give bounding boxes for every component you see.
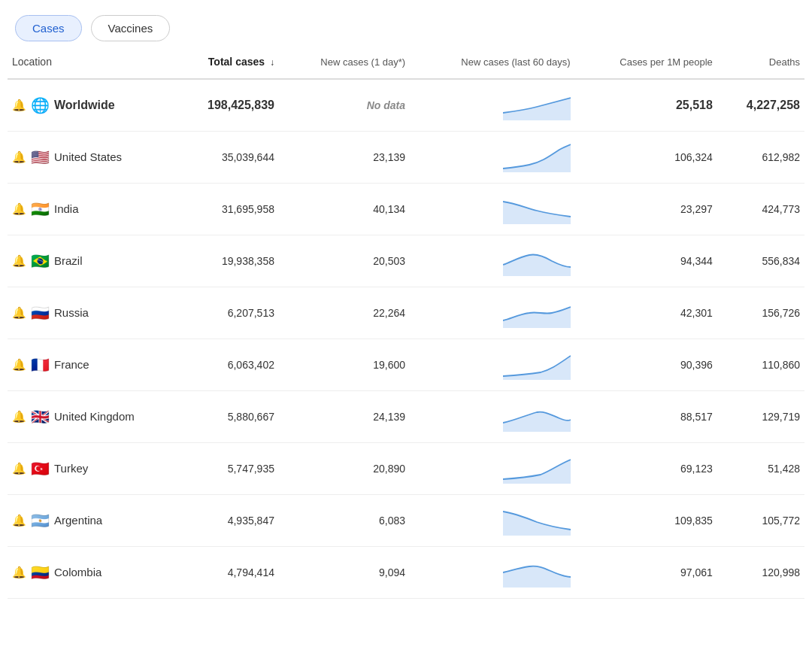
- deaths-value: 556,834: [717, 235, 804, 287]
- sparkline-cell: [410, 287, 575, 339]
- sparkline-cell: [410, 546, 575, 598]
- cases-per-1m-value: 69,123: [575, 442, 717, 494]
- new-cases-1day-cell: 6,083: [279, 494, 410, 546]
- total-cases-value: 6,063,402: [173, 339, 279, 390]
- new-cases-1day-cell: No data: [279, 79, 410, 132]
- country-name: Russia: [54, 306, 89, 319]
- new-cases-1day-cell: 22,264: [279, 287, 410, 339]
- deaths-value: 424,773: [717, 183, 804, 235]
- header-total-cases[interactable]: Total cases ↓: [173, 49, 279, 79]
- flag-icon: 🇨🇴: [31, 563, 50, 581]
- country-name: Brazil: [54, 254, 83, 267]
- pin-icon: 🔔: [12, 410, 26, 424]
- location-cell: 🔔 🇨🇴 Colombia: [8, 546, 173, 598]
- cases-per-1m-value: 90,396: [575, 339, 717, 390]
- total-cases-value: 6,207,513: [173, 287, 279, 339]
- data-table-wrapper: Location Total cases ↓ New cases (1 day*…: [0, 49, 812, 599]
- table-header-row: Location Total cases ↓ New cases (1 day*…: [8, 49, 804, 79]
- new-cases-1day-cell: 40,134: [279, 183, 410, 235]
- country-name: Turkey: [54, 462, 88, 475]
- new-cases-1day-cell: 20,503: [279, 235, 410, 287]
- table-row: 🔔 🇦🇷 Argentina 4,935,847 6,083 109,835 1…: [8, 494, 804, 546]
- pin-icon: 🔔: [12, 566, 26, 579]
- sparkline-cell: [410, 131, 575, 183]
- sparkline-chart: [503, 506, 571, 536]
- location-cell: 🔔 🇺🇸 United States: [8, 131, 173, 183]
- new-cases-1day-cell: 24,139: [279, 390, 410, 442]
- deaths-value: 156,726: [717, 287, 804, 339]
- pin-icon: 🔔: [12, 99, 26, 112]
- no-data-label: No data: [367, 99, 405, 111]
- new-cases-1day-value: 40,134: [373, 203, 405, 215]
- country-name: France: [54, 358, 89, 371]
- location-cell: 🔔 🇫🇷 France: [8, 339, 173, 390]
- location-cell: 🔔 🌐 Worldwide: [8, 79, 173, 132]
- new-cases-1day-value: 24,139: [373, 411, 405, 423]
- location-cell: 🔔 🇷🇺 Russia: [8, 287, 173, 339]
- total-cases-value: 4,794,414: [173, 546, 279, 598]
- new-cases-1day-value: 20,890: [373, 463, 405, 475]
- top-nav: Cases Vaccines: [0, 0, 812, 49]
- sparkline-chart: [503, 402, 571, 432]
- table-row: 🔔 🌐 Worldwide 198,425,839 No data 25,518…: [8, 79, 804, 132]
- sparkline-cell: [410, 183, 575, 235]
- sparkline-chart: [503, 142, 571, 172]
- total-cases-value: 5,880,667: [173, 390, 279, 442]
- flag-icon: 🇺🇸: [31, 148, 50, 166]
- new-cases-1day-cell: 19,600: [279, 339, 410, 390]
- country-name: Argentina: [54, 514, 102, 527]
- sparkline-chart: [503, 350, 571, 380]
- header-new-cases-60day: New cases (last 60 days): [410, 49, 575, 79]
- pin-icon: 🔔: [12, 202, 26, 216]
- covid-table: Location Total cases ↓ New cases (1 day*…: [8, 49, 804, 599]
- new-cases-1day-value: 23,139: [373, 151, 405, 163]
- tab-cases[interactable]: Cases: [15, 15, 82, 41]
- cases-per-1m-value: 97,061: [575, 546, 717, 598]
- location-cell: 🔔 🇧🇷 Brazil: [8, 235, 173, 287]
- table-row: 🔔 🇧🇷 Brazil 19,938,358 20,503 94,344 556…: [8, 235, 804, 287]
- pin-icon: 🔔: [12, 150, 26, 164]
- header-cases-per-1m: Cases per 1M people: [575, 49, 717, 79]
- new-cases-1day-value: 9,094: [379, 566, 405, 578]
- cases-per-1m-value: 94,344: [575, 235, 717, 287]
- table-row: 🔔 🇷🇺 Russia 6,207,513 22,264 42,301 156,…: [8, 287, 804, 339]
- cases-per-1m-value: 109,835: [575, 494, 717, 546]
- pin-icon: 🔔: [12, 514, 26, 527]
- tab-vaccines[interactable]: Vaccines: [91, 15, 171, 41]
- deaths-value: 120,998: [717, 546, 804, 598]
- location-cell: 🔔 🇦🇷 Argentina: [8, 494, 173, 546]
- table-row: 🔔 🇬🇧 United Kingdom 5,880,667 24,139 88,…: [8, 390, 804, 442]
- table-row: 🔔 🇺🇸 United States 35,039,644 23,139 106…: [8, 131, 804, 183]
- sparkline-cell: [410, 390, 575, 442]
- deaths-value: 110,860: [717, 339, 804, 390]
- cases-per-1m-value: 23,297: [575, 183, 717, 235]
- total-cases-value: 5,747,935: [173, 442, 279, 494]
- sparkline-chart: [503, 454, 571, 484]
- sparkline-cell: [410, 494, 575, 546]
- table-row: 🔔 🇫🇷 France 6,063,402 19,600 90,396 110,…: [8, 339, 804, 390]
- cases-per-1m-value: 25,518: [575, 79, 717, 132]
- sparkline-chart: [503, 298, 571, 328]
- total-cases-value: 35,039,644: [173, 131, 279, 183]
- pin-icon: 🔔: [12, 462, 26, 475]
- flag-icon: 🇷🇺: [31, 304, 50, 322]
- table-body: 🔔 🌐 Worldwide 198,425,839 No data 25,518…: [8, 79, 804, 599]
- sparkline-chart: [503, 194, 571, 224]
- cases-per-1m-value: 106,324: [575, 131, 717, 183]
- table-row: 🔔 🇨🇴 Colombia 4,794,414 9,094 97,061 120…: [8, 546, 804, 598]
- sparkline-cell: [410, 339, 575, 390]
- new-cases-1day-value: 6,083: [379, 515, 405, 527]
- new-cases-1day-value: 22,264: [373, 307, 405, 319]
- country-name: United States: [54, 150, 122, 163]
- sparkline-cell: [410, 235, 575, 287]
- header-location: Location: [8, 49, 173, 79]
- deaths-value: 105,772: [717, 494, 804, 546]
- total-cases-value: 198,425,839: [173, 79, 279, 132]
- country-name: India: [54, 202, 79, 215]
- sparkline-cell: [410, 442, 575, 494]
- deaths-value: 612,982: [717, 131, 804, 183]
- new-cases-1day-cell: 9,094: [279, 546, 410, 598]
- table-row: 🔔 🇹🇷 Turkey 5,747,935 20,890 69,123 51,4…: [8, 442, 804, 494]
- new-cases-1day-value: 20,503: [373, 255, 405, 267]
- pin-icon: 🔔: [12, 306, 26, 320]
